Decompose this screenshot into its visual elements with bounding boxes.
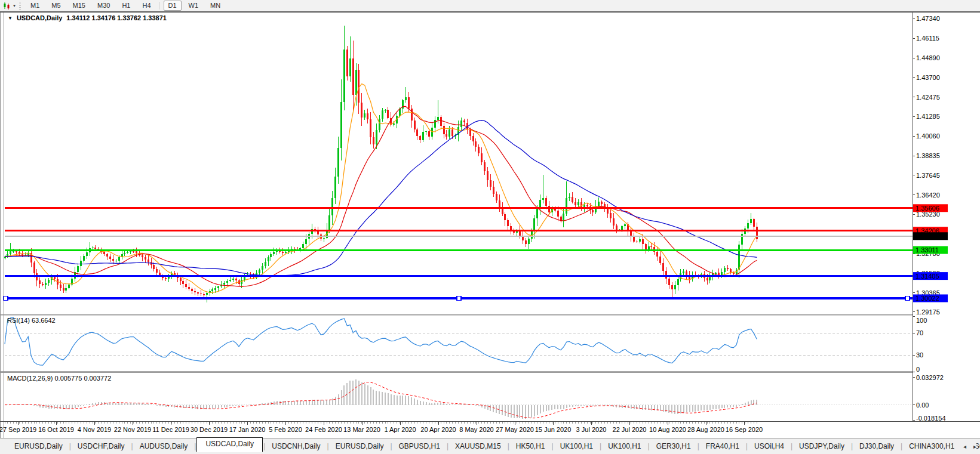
toolbar-grip[interactable]	[19, 2, 21, 10]
price-tag-1.33871: 1.33871	[913, 232, 948, 240]
chart-tab-xauusd-m15[interactable]: XAUUSD,M15	[449, 440, 507, 452]
svg-text:24 Feb 2020: 24 Feb 2020	[305, 426, 342, 433]
svg-text:0.032972: 0.032972	[916, 374, 944, 381]
chart-tab-china300-h1[interactable]: CHINA300,H1	[903, 440, 960, 452]
chart-tab-uk100-h1[interactable]: UK100,H1	[554, 440, 599, 452]
svg-text:8 May 2020: 8 May 2020	[459, 426, 493, 433]
timeframe-button-h1[interactable]: H1	[117, 1, 135, 11]
one-click-arrow-icon[interactable]: ▼	[8, 15, 13, 21]
chart-tabs: EURUSD,Daily|USDCHF,Daily|AUDUSD,Daily|U…	[8, 440, 980, 453]
moving-average-50	[5, 121, 757, 276]
svg-text:3 Jul 2020: 3 Jul 2020	[576, 426, 607, 433]
svg-text:30: 30	[916, 351, 923, 359]
symbol-name: USDCAD,Daily	[17, 14, 62, 21]
svg-text:1.33871: 1.33871	[916, 233, 939, 240]
chart-tab-uk100-h1[interactable]: UK100,H1	[602, 440, 647, 452]
price-tag-1.33011: 1.33011	[913, 246, 948, 254]
selection-handle	[905, 297, 910, 301]
svg-text:1 Apr 2020: 1 Apr 2020	[384, 426, 416, 433]
chart-canvas[interactable]: 1.473401.461151.448901.437001.424751.412…	[0, 0, 980, 454]
svg-text:0: 0	[916, 366, 920, 373]
svg-text:1.38835: 1.38835	[916, 152, 940, 159]
price-tag-1.30022: 1.30022	[913, 295, 948, 302]
candlesticks[interactable]	[4, 26, 758, 302]
tab-scroll-left-icon[interactable]: ◂	[963, 443, 966, 450]
moving-average-8	[5, 84, 757, 293]
svg-text:16 Sep 2020: 16 Sep 2020	[726, 426, 763, 433]
svg-text:28 Aug 2020: 28 Aug 2020	[687, 426, 724, 433]
toolbar-separator	[159, 2, 160, 10]
svg-text:5 Feb 2020: 5 Feb 2020	[269, 426, 302, 433]
macd-histogram	[5, 379, 757, 419]
svg-text:1.33011: 1.33011	[916, 246, 939, 254]
chart-tab-gbpusd-h1[interactable]: GBPUSD,H1	[393, 440, 446, 452]
mt4-window: ▾ M1M5M15M30H1H4D1W1MN 1.473401.461151.4…	[0, 0, 980, 454]
svg-text:13 Mar 2020: 13 Mar 2020	[343, 426, 380, 433]
timeframe-button-m15[interactable]: M15	[68, 1, 90, 11]
macd-signal-line	[5, 382, 757, 418]
svg-text:0.00: 0.00	[916, 402, 929, 409]
timeframe-button-mn[interactable]: MN	[205, 1, 225, 11]
timeframe-button-h4[interactable]: H4	[137, 1, 155, 11]
svg-text:1.41285: 1.41285	[916, 113, 940, 120]
price-tag-1.31405: 1.31405	[913, 272, 948, 280]
svg-text:1.36420: 1.36420	[916, 192, 940, 199]
macd-indicator-label: MACD(12,26,9) 0.005775 0.003772	[7, 375, 111, 382]
svg-text:1.44890: 1.44890	[916, 54, 940, 61]
svg-text:1.30022: 1.30022	[916, 295, 939, 302]
svg-text:1.40060: 1.40060	[916, 132, 940, 140]
svg-text:100: 100	[916, 317, 927, 324]
moving-average-22	[5, 106, 757, 286]
svg-text:1.46115: 1.46115	[916, 35, 939, 42]
chart-tab-usoil-h4[interactable]: USOil,H4	[748, 440, 790, 452]
svg-text:1.29175: 1.29175	[916, 308, 940, 316]
chart-tab-eurusd-daily[interactable]: EURUSD,Daily	[330, 440, 390, 452]
timeframe-button-m5[interactable]: M5	[47, 1, 65, 11]
svg-text:1.43700: 1.43700	[916, 74, 940, 81]
svg-text:-0.018154: -0.018154	[916, 415, 946, 422]
svg-text:1.31405: 1.31405	[916, 273, 939, 280]
svg-text:1.42475: 1.42475	[916, 94, 940, 101]
svg-text:22 Jul 2020: 22 Jul 2020	[613, 426, 647, 433]
tab-scroll-right-icon[interactable]: ▸	[973, 443, 976, 450]
svg-text:11 Dec 2019: 11 Dec 2019	[152, 426, 189, 433]
svg-text:10 Aug 2020: 10 Aug 2020	[649, 426, 686, 433]
svg-text:20 Apr 2020: 20 Apr 2020	[420, 426, 456, 433]
rsi-panel[interactable]	[5, 318, 913, 366]
selection-handle	[4, 297, 8, 301]
svg-text:15 Jun 2020: 15 Jun 2020	[535, 426, 572, 433]
chart-tab-fra40-h1[interactable]: FRA40,H1	[700, 440, 745, 452]
timeframe-button-m30[interactable]: M30	[93, 1, 115, 11]
timeframe-buttons: M1M5M15M30H1H4D1W1MN	[26, 1, 228, 11]
chart-tab-dj30-daily[interactable]: DJ30,Daily	[853, 440, 900, 452]
macd-panel[interactable]	[5, 379, 913, 419]
chart-tab-usdjpy-daily[interactable]: USDJPY,Daily	[793, 440, 850, 452]
chart-tab-ger30-h1[interactable]: GER30,H1	[650, 440, 697, 452]
hline-1.30022[interactable]	[4, 297, 913, 301]
chevron-down-icon[interactable]: ▾	[13, 1, 16, 10]
chart-tab-audusd-daily[interactable]: AUDUSD,Daily	[134, 440, 194, 452]
chart-tab-usdcad-daily[interactable]: USDCAD,Daily	[196, 437, 263, 452]
svg-text:17 Jan 2020: 17 Jan 2020	[229, 426, 266, 433]
price-tag-1.35606: 1.35606	[913, 204, 948, 212]
svg-text:1.37645: 1.37645	[916, 172, 940, 179]
chart-tab-hk50-h1[interactable]: HK50,H1	[510, 440, 551, 452]
chart-tab-eurusd-daily[interactable]: EURUSD,Daily	[8, 440, 69, 452]
rsi-line	[5, 318, 757, 366]
timeframe-button-m1[interactable]: M1	[26, 1, 44, 11]
svg-text:30 Dec 2019: 30 Dec 2019	[191, 426, 228, 433]
chart-tab-usdcnh-daily[interactable]: USDCNH,Daily	[266, 440, 326, 452]
rsi-indicator-label: RSI(14) 63.6642	[7, 317, 56, 324]
svg-text:22 Nov 2019: 22 Nov 2019	[114, 426, 151, 433]
svg-text:1.47340: 1.47340	[916, 15, 940, 22]
svg-text:16 Oct 2019: 16 Oct 2019	[38, 426, 74, 433]
chart-type-tool-icon[interactable]	[2, 1, 13, 10]
timeframe-button-w1[interactable]: W1	[184, 1, 204, 11]
svg-text:1.35606: 1.35606	[916, 205, 939, 212]
selection-handle	[457, 297, 461, 301]
chart-tab-usdchf-daily[interactable]: USDCHF,Daily	[72, 440, 131, 452]
svg-text:27 Sep 2019: 27 Sep 2019	[0, 426, 36, 433]
timeframe-button-d1[interactable]: D1	[164, 1, 182, 11]
chart-symbol-label[interactable]: ▼ USDCAD,Daily 1.34112 1.34176 1.33762 1…	[8, 14, 167, 21]
svg-text:4 Nov 2019: 4 Nov 2019	[78, 426, 111, 433]
